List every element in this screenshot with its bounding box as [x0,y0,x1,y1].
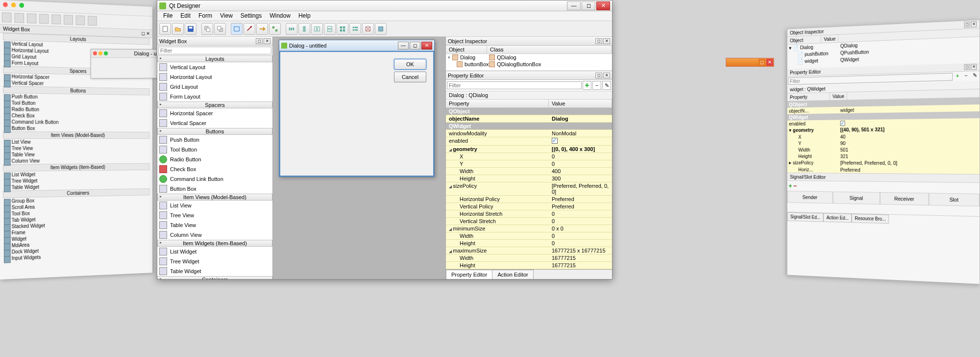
dock-float-button[interactable]: ◻ [595,38,602,44]
ok-button[interactable]: OK [394,59,426,70]
layout-h-button[interactable] [286,23,297,35]
menu-file[interactable]: File [159,11,176,21]
menu-settings[interactable]: Settings [237,11,266,21]
add-dynamic-property-button[interactable]: + [583,81,591,90]
widget-vertical-layout[interactable]: Vertical Layout [157,62,272,72]
tab-property-editor[interactable]: Property Editor [446,270,492,279]
widget-column-view[interactable]: Column View [157,230,272,240]
dock-float-button[interactable]: ◻ [595,73,602,78]
col-value[interactable]: Value [549,100,612,107]
design-canvas[interactable]: Dialog - untitled — ◻ ✕ OK Cancel [273,37,445,279]
break-layout-button[interactable] [362,23,374,35]
close-button[interactable]: ✕ [596,1,610,10]
edit-buddies-button[interactable] [256,23,268,35]
prop-vstretch[interactable]: Vertical Stretch0 [446,218,612,225]
object-row-buttonbox[interactable]: buttonBoxQDialogButtonBox [446,61,612,68]
tab-action-editor[interactable]: Action Editor [492,270,533,279]
prop-hpolicy[interactable]: Horizontal PolicyPreferred [446,196,612,203]
widget-form-layout[interactable]: Form Layout [157,92,272,102]
titlebar[interactable]: Qt Designer — ◻ ✕ [157,0,612,11]
prop-width[interactable]: Width400 [446,168,612,175]
prop-y[interactable]: Y0 [446,160,612,168]
prop-sizepolicy[interactable]: sizePolicy[Preferred, Preferred, 0, 0] [446,182,612,196]
prop-objectname[interactable]: objectNameDialog [446,115,612,123]
minimize-button[interactable]: — [567,1,581,10]
category-layouts[interactable]: Layouts [157,55,272,62]
save-button[interactable] [185,23,196,35]
col-object[interactable]: Object [446,46,487,53]
layout-v-button[interactable] [298,23,310,35]
object-row-dialog[interactable]: ▾DialogQDialog [446,54,612,61]
prop-geometry[interactable]: geometry[(0, 0), 400 x 300] [446,146,612,153]
menu-window[interactable]: Window [266,11,294,21]
col-property[interactable]: Property [446,100,549,107]
menu-help[interactable]: Help [294,11,315,21]
layout-vsplit-button[interactable] [324,23,336,35]
widget-button-box[interactable]: Button Box [157,184,272,194]
dialog-titlebar[interactable]: Dialog - untitled — ◻ ✕ [279,40,434,51]
dock-float-button[interactable]: ◻ [256,38,263,44]
widget-grid-layout[interactable]: Grid Layout [157,82,272,92]
layout-grid-button[interactable] [337,23,348,35]
widget-command-link[interactable]: Command Link Button [157,174,272,184]
menu-view[interactable]: View [216,11,237,21]
adjust-size-button[interactable] [375,23,387,35]
widget-list-view[interactable]: List View [157,201,272,210]
dock-close-button[interactable]: ✕ [603,38,610,44]
menu-form[interactable]: Form [195,11,216,21]
enabled-checkbox[interactable] [552,138,558,144]
widget-tree-widget[interactable]: Tree Widget [157,256,272,266]
group-qobject[interactable]: QObject [446,108,612,115]
prop-vpolicy[interactable]: Vertical PolicyPreferred [446,203,612,210]
layout-form-button[interactable] [349,23,361,35]
widget-push-button[interactable]: Push Button [157,135,272,145]
send-back-button[interactable] [201,23,213,35]
dock-close-button[interactable]: ✕ [264,38,270,44]
menu-edit[interactable]: Edit [176,11,195,21]
prop-maximumsize[interactable]: maximumSize16777215 x 16777215 [446,247,612,255]
edit-signals-button[interactable] [244,23,255,35]
remove-dynamic-property-button[interactable]: − [592,81,601,90]
layout-hsplit-button[interactable] [311,23,323,35]
category-spacers[interactable]: Spacers [157,102,272,108]
property-filter[interactable] [447,81,582,89]
configure-button[interactable]: ✎ [602,81,611,90]
category-item-views[interactable]: Item Views (Model-Based) [157,194,272,201]
widget-check-box[interactable]: Check Box [157,164,272,174]
prop-max-height[interactable]: Height16777215 [446,262,612,269]
widget-table-view[interactable]: Table View [157,220,272,230]
prop-windowmodality[interactable]: windowModalityNonModal [446,130,612,137]
prop-height[interactable]: Height300 [446,175,612,182]
edit-taborder-button[interactable] [269,23,281,35]
open-button[interactable] [172,23,184,35]
prop-min-height[interactable]: Height0 [446,240,612,247]
dialog-close-button[interactable]: ✕ [421,42,432,50]
widget-tree-view[interactable]: Tree View [157,210,272,220]
prop-enabled[interactable]: enabled [446,137,612,146]
dialog-minimize-button[interactable]: — [398,42,409,50]
edit-widgets-button[interactable] [231,23,243,35]
widget-horizontal-layout[interactable]: Horizontal Layout [157,72,272,82]
dialog-maximize-button[interactable]: ◻ [410,42,420,50]
group-qwidget[interactable]: QWidget [446,123,612,130]
prop-max-width[interactable]: Width16777215 [446,255,612,262]
bring-front-button[interactable] [214,23,226,35]
cancel-button[interactable]: Cancel [394,72,426,82]
widget-radio-button[interactable]: Radio Button [157,154,272,164]
widget-list-widget[interactable]: List Widget [157,247,272,256]
widget-box-filter[interactable] [158,47,271,54]
widget-hspacer[interactable]: Horizontal Spacer [157,108,272,118]
col-class[interactable]: Class [487,46,612,53]
dialog-form[interactable]: Dialog - untitled — ◻ ✕ OK Cancel [279,40,435,177]
category-buttons[interactable]: Buttons [157,128,272,135]
category-containers[interactable]: Containers [157,276,272,279]
widget-table-widget[interactable]: Table Widget [157,266,272,276]
new-form-button[interactable] [159,23,171,35]
prop-min-width[interactable]: Width0 [446,232,612,240]
prop-hstretch[interactable]: Horizontal Stretch0 [446,210,612,218]
widget-tool-button[interactable]: Tool Button [157,145,272,154]
dock-close-button[interactable]: ✕ [603,73,610,78]
widget-vspacer[interactable]: Vertical Spacer [157,118,272,128]
maximize-button[interactable]: ◻ [582,1,595,10]
prop-x[interactable]: X0 [446,153,612,160]
